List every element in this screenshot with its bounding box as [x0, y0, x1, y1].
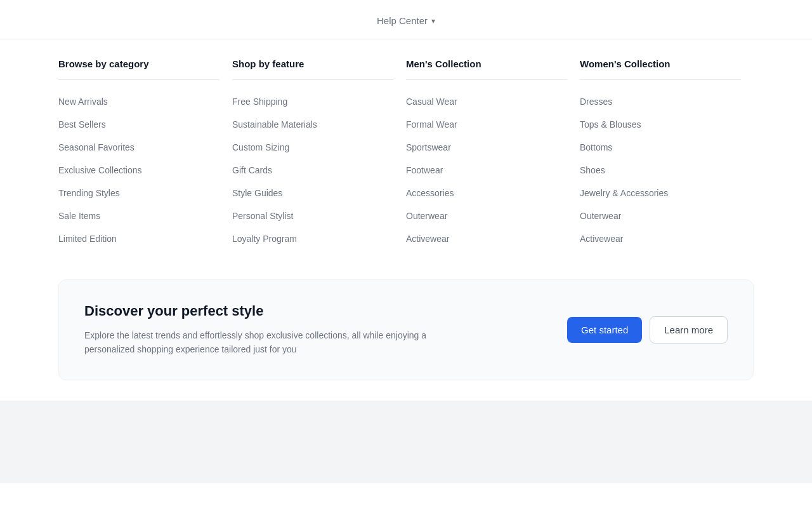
nav-column-title-womens-collection: Women's Collection: [580, 58, 741, 80]
list-item: Exclusive Collections: [58, 159, 219, 182]
list-item: Trending Styles: [58, 182, 219, 204]
nav-link[interactable]: Bottoms: [580, 142, 612, 152]
list-item: Custom Sizing: [232, 136, 393, 159]
promo-section: Discover your perfect style Explore the …: [58, 279, 754, 380]
list-item: Outerwear: [580, 204, 741, 227]
promo-actions: Get started Learn more: [567, 316, 728, 344]
nav-link[interactable]: Best Sellers: [58, 119, 106, 130]
list-item: Sportswear: [406, 136, 567, 159]
list-item: Limited Edition: [58, 227, 219, 250]
list-item: Sustainable Materials: [232, 113, 393, 136]
nav-items-browse-by-category: New ArrivalsBest SellersSeasonal Favorit…: [58, 90, 219, 250]
nav-link[interactable]: Activewear: [406, 234, 449, 244]
list-item: Shoes: [580, 159, 741, 182]
nav-link[interactable]: Exclusive Collections: [58, 165, 142, 175]
nav-column-title-shop-by-feature: Shop by feature: [232, 58, 393, 80]
list-item: New Arrivals: [58, 90, 219, 113]
list-item: Bottoms: [580, 136, 741, 159]
nav-column-title-browse-by-category: Browse by category: [58, 58, 219, 80]
nav-items-mens-collection: Casual WearFormal WearSportswearFootwear…: [406, 90, 567, 250]
nav-link[interactable]: Trending Styles: [58, 188, 120, 198]
nav-items-shop-by-feature: Free ShippingSustainable MaterialsCustom…: [232, 90, 393, 250]
nav-link[interactable]: Free Shipping: [232, 97, 287, 107]
nav-column-womens-collection: Women's CollectionDressesTops & BlousesB…: [580, 58, 754, 250]
promo-description: Explore the latest trends and effortless…: [84, 328, 440, 357]
list-item: Activewear: [406, 227, 567, 250]
list-item: Free Shipping: [232, 90, 393, 113]
nav-link[interactable]: Dresses: [580, 97, 612, 107]
nav-column-shop-by-feature: Shop by featureFree ShippingSustainable …: [232, 58, 406, 250]
main-navigation: Browse by categoryNew ArrivalsBest Selle…: [0, 39, 812, 269]
list-item: Tops & Blouses: [580, 113, 741, 136]
nav-link[interactable]: Jewelry & Accessories: [580, 188, 668, 198]
list-item: Best Sellers: [58, 113, 219, 136]
nav-link[interactable]: New Arrivals: [58, 97, 108, 107]
nav-link[interactable]: Casual Wear: [406, 97, 457, 107]
nav-link[interactable]: Custom Sizing: [232, 142, 289, 152]
nav-link[interactable]: Shoes: [580, 165, 605, 175]
nav-link[interactable]: Footwear: [406, 165, 443, 175]
list-item: Gift Cards: [232, 159, 393, 182]
promo-content: Discover your perfect style Explore the …: [84, 303, 440, 357]
list-item: Style Guides: [232, 182, 393, 204]
list-item: Accessories: [406, 182, 567, 204]
help-center-bar: Help Center ▾: [0, 0, 812, 39]
get-started-button[interactable]: Get started: [567, 317, 642, 343]
help-center-button[interactable]: Help Center ▾: [372, 13, 440, 29]
nav-link[interactable]: Outerwear: [406, 211, 447, 221]
nav-link[interactable]: Sportswear: [406, 142, 451, 152]
nav-column-mens-collection: Men's CollectionCasual WearFormal WearSp…: [406, 58, 580, 250]
list-item: Formal Wear: [406, 113, 567, 136]
nav-link[interactable]: Sustainable Materials: [232, 119, 317, 130]
list-item: Loyalty Program: [232, 227, 393, 250]
list-item: Jewelry & Accessories: [580, 182, 741, 204]
nav-link[interactable]: Style Guides: [232, 188, 282, 198]
list-item: Footwear: [406, 159, 567, 182]
nav-column-browse-by-category: Browse by categoryNew ArrivalsBest Selle…: [58, 58, 232, 250]
nav-link[interactable]: Limited Edition: [58, 234, 117, 244]
nav-link[interactable]: Activewear: [580, 234, 623, 244]
chevron-down-icon: ▾: [431, 17, 435, 25]
nav-link[interactable]: Outerwear: [580, 211, 621, 221]
nav-link[interactable]: Accessories: [406, 188, 454, 198]
nav-link[interactable]: Seasonal Favorites: [58, 142, 134, 152]
nav-link[interactable]: Loyalty Program: [232, 234, 297, 244]
list-item: Outerwear: [406, 204, 567, 227]
list-item: Activewear: [580, 227, 741, 250]
list-item: Personal Stylist: [232, 204, 393, 227]
list-item: Casual Wear: [406, 90, 567, 113]
list-item: Dresses: [580, 90, 741, 113]
nav-link[interactable]: Tops & Blouses: [580, 119, 641, 130]
list-item: Sale Items: [58, 204, 219, 227]
bottom-section: [0, 401, 812, 483]
list-item: Seasonal Favorites: [58, 136, 219, 159]
help-center-label: Help Center: [377, 15, 428, 26]
nav-link[interactable]: Gift Cards: [232, 165, 272, 175]
nav-link[interactable]: Personal Stylist: [232, 211, 293, 221]
nav-column-title-mens-collection: Men's Collection: [406, 58, 567, 80]
promo-title: Discover your perfect style: [84, 303, 440, 319]
learn-more-button[interactable]: Learn more: [650, 316, 728, 344]
nav-link[interactable]: Sale Items: [58, 211, 100, 221]
nav-items-womens-collection: DressesTops & BlousesBottomsShoesJewelry…: [580, 90, 741, 250]
nav-link[interactable]: Formal Wear: [406, 119, 457, 130]
